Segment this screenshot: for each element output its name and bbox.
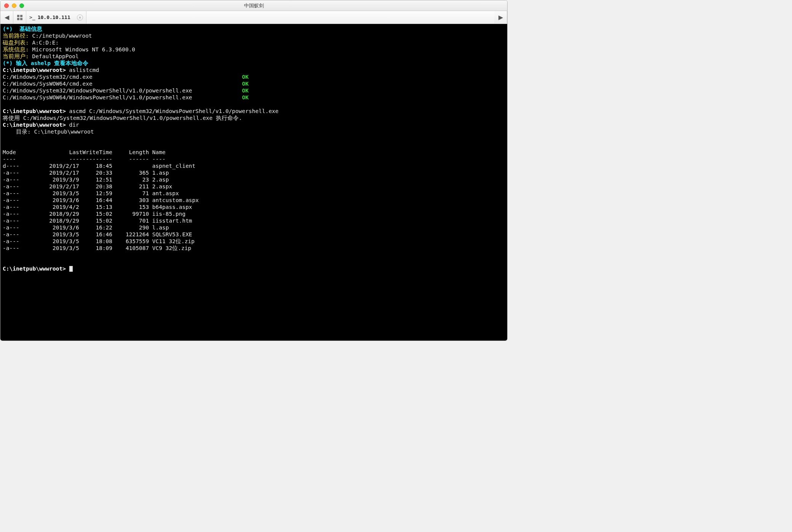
toolbar: ◀ >_ 10.0.10.111 ✕ ▶ (0, 11, 507, 24)
terminal-icon: >_ (29, 14, 35, 20)
tab-close-button[interactable]: ✕ (77, 14, 83, 21)
tab-terminal[interactable]: >_ 10.0.10.111 ✕ (26, 11, 86, 24)
window-title: 中国蚁剑 (0, 2, 507, 9)
chevron-left-icon: ◀ (5, 14, 9, 21)
chevron-right-icon: ▶ (498, 14, 503, 21)
nav-back-button[interactable]: ◀ (0, 11, 13, 24)
tab-label: 10.0.10.111 (38, 14, 70, 20)
grid-view-button[interactable] (13, 11, 26, 24)
toolbar-spacer (86, 11, 494, 24)
app-window: 中国蚁剑 ◀ >_ 10.0.10.111 ✕ ▶ (*) 基础信息当前路径: … (0, 0, 508, 341)
titlebar: 中国蚁剑 (0, 0, 507, 11)
nav-forward-button[interactable]: ▶ (494, 11, 507, 24)
terminal-output[interactable]: (*) 基础信息当前路径: C:/inetpub/wwwroot磁盘列表: A:… (0, 24, 507, 341)
grid-icon (17, 15, 22, 20)
